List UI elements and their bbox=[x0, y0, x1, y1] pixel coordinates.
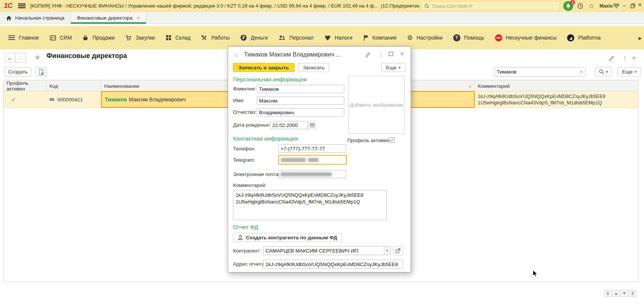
redacted-text bbox=[281, 158, 306, 162]
ribbon-item-crm[interactable]: CRM bbox=[50, 35, 72, 41]
email-label: Электронная почта: bbox=[233, 171, 280, 177]
cell-comment[interactable]: 1kJ-z9qAfk9UdbSoVUQ5NQQxKpEsMD8CZsyJKyJb… bbox=[475, 91, 639, 108]
go-prev-icon[interactable] bbox=[612, 290, 620, 297]
forward-button[interactable]: → bbox=[15, 53, 26, 63]
save-and-close-button[interactable]: Записать и закрыть bbox=[233, 63, 294, 72]
minimize-button[interactable]: – bbox=[623, 3, 626, 8]
main-menu-icon[interactable] bbox=[18, 3, 26, 9]
grid-icon bbox=[166, 35, 172, 41]
ribbon-item-platforma[interactable]: ◢ Platforma bbox=[567, 34, 601, 41]
tools-icon bbox=[201, 35, 207, 41]
create-counterparty-button[interactable]: Создать контрагента по данным ФД bbox=[233, 233, 342, 242]
platforma-icon: ◢ bbox=[567, 34, 574, 41]
close-window-button[interactable]: × bbox=[638, 2, 642, 8]
ribbon-item-purchases[interactable]: Закупки bbox=[125, 35, 155, 41]
calendar-button[interactable] bbox=[308, 121, 316, 129]
gear-icon: ⚙ bbox=[407, 34, 413, 42]
titlebar: 1С [КОПИЯ] УНФ - НЕСКУЧНЫЕ ФИНАНСЫ / Упр… bbox=[0, 0, 644, 12]
open-counterparty-button[interactable] bbox=[393, 246, 403, 255]
ribbon-item-sales[interactable]: Продажи bbox=[82, 35, 114, 41]
birthdate-field[interactable] bbox=[270, 121, 308, 129]
middlename-field[interactable] bbox=[257, 108, 344, 116]
ribbon-item-taxes[interactable]: Налоги bbox=[324, 35, 353, 41]
global-search-input[interactable] bbox=[432, 3, 545, 9]
middlename-label: Отчество: bbox=[233, 109, 256, 115]
favorite-star-icon[interactable]: ☆ bbox=[233, 51, 239, 59]
firstname-field[interactable] bbox=[257, 96, 344, 105]
telegram-field[interactable] bbox=[278, 155, 347, 165]
create-button[interactable]: Создать bbox=[5, 67, 31, 76]
search-clear-icon[interactable]: × bbox=[577, 67, 586, 76]
person-icon bbox=[238, 235, 243, 240]
comment-textarea[interactable]: 1kJ-z9qAfk9UdbSoVUQ5NQQxKpEsMD8CZsyJKyJb… bbox=[233, 190, 387, 220]
redacted-text bbox=[281, 172, 332, 176]
ribbon-item-company[interactable]: Компания bbox=[363, 35, 397, 41]
tab-label: Начальная страница bbox=[15, 15, 64, 21]
go-last-icon[interactable] bbox=[629, 290, 636, 297]
search-options-button[interactable]: ▾ bbox=[595, 67, 612, 76]
birthdate-label: Дата рожденья: bbox=[233, 122, 270, 128]
phone-field[interactable] bbox=[278, 144, 346, 153]
eagle-icon bbox=[324, 35, 331, 41]
sections-ribbon: Главное CRM Продажи Закупки Склад Работы… bbox=[0, 26, 644, 49]
ribbon-item-money[interactable]: Деньги bbox=[240, 34, 268, 41]
back-button[interactable]: ← bbox=[5, 53, 15, 63]
dropdown-arrow-icon: ▾ bbox=[606, 70, 608, 74]
get-link-icon[interactable] bbox=[608, 55, 615, 62]
cell-code[interactable]: 000000421 bbox=[46, 91, 101, 108]
open-in-window-icon bbox=[396, 248, 400, 253]
ribbon-overflow-chevron-icon[interactable]: ▶ bbox=[639, 36, 642, 41]
sort-desc-icon: ↓ bbox=[469, 83, 471, 89]
ruble-icon bbox=[240, 34, 247, 41]
counterparty-field[interactable]: ▾ bbox=[263, 246, 391, 255]
email-field[interactable] bbox=[278, 170, 346, 178]
lastname-field[interactable] bbox=[257, 85, 344, 93]
combo-dropdown-icon[interactable]: ▾ bbox=[384, 246, 390, 255]
dialog-kebab-icon[interactable]: ⋮ bbox=[378, 51, 384, 58]
tab-label: Финансовые директора bbox=[77, 15, 133, 21]
notifications-button[interactable]: 1 bbox=[563, 1, 574, 11]
go-next-icon[interactable] bbox=[621, 290, 628, 297]
history-icon[interactable] bbox=[577, 3, 584, 9]
ribbon-item-personnel[interactable]: Персонал bbox=[278, 35, 313, 41]
history-nav: ← → bbox=[5, 53, 26, 63]
global-search[interactable] bbox=[422, 2, 560, 11]
dialog-close-icon[interactable]: × bbox=[400, 50, 404, 58]
list-search-input[interactable] bbox=[494, 67, 578, 76]
ribbon-item-settings[interactable]: ⚙ Настройки bbox=[407, 34, 443, 42]
column-header-code[interactable]: Код bbox=[46, 80, 101, 92]
photo-placeholder[interactable]: Добавить изображение bbox=[348, 76, 405, 134]
column-header-active[interactable]: Профиль активен bbox=[3, 80, 46, 92]
form-close-icon[interactable]: × bbox=[632, 54, 636, 62]
restore-button[interactable] bbox=[630, 3, 635, 8]
tab-close-icon[interactable]: × bbox=[136, 15, 140, 21]
favorites-star-icon[interactable]: ☆ bbox=[588, 2, 594, 10]
list-more-button[interactable]: Еще ▾ bbox=[618, 67, 641, 76]
profile-active-checkbox[interactable]: ✓ bbox=[389, 138, 395, 143]
favorite-star-icon[interactable]: ★ bbox=[34, 53, 41, 62]
dialog-maximize-icon[interactable] bbox=[389, 52, 393, 56]
ribbon-item-neskuchnye-finansy[interactable]: НФ Нескучные финансы bbox=[495, 34, 557, 41]
tab-financial-directors[interactable]: Финансовые директора × bbox=[71, 12, 146, 24]
ribbon-item-glavnoe[interactable]: Главное bbox=[8, 35, 39, 41]
tab-home[interactable]: Начальная страница bbox=[0, 12, 71, 24]
list-pager bbox=[604, 290, 636, 297]
current-user[interactable]: Maxis bbox=[600, 3, 613, 9]
ribbon-item-warehouse[interactable]: Склад bbox=[166, 35, 191, 41]
ribbon-item-help[interactable]: ? Помощь bbox=[453, 34, 485, 41]
dialog-more-button[interactable]: Еще ▾ bbox=[381, 63, 405, 72]
ribbon-item-works[interactable]: Работы bbox=[201, 35, 230, 41]
cart-icon bbox=[125, 35, 132, 41]
get-link-icon[interactable] bbox=[365, 52, 371, 58]
form-kebab-icon[interactable]: ⋮ bbox=[622, 55, 628, 62]
column-header-comment[interactable]: Комментарий bbox=[475, 80, 639, 92]
report-address-field[interactable] bbox=[263, 260, 403, 269]
tab-bar: Начальная страница Финансовые директора … bbox=[0, 12, 644, 24]
save-button[interactable]: Записать bbox=[298, 63, 329, 72]
cell-profile-active[interactable]: ✓ bbox=[3, 91, 46, 108]
section-personal-info: Персональная информация bbox=[233, 76, 307, 83]
copy-create-button[interactable] bbox=[35, 67, 47, 76]
service-menu-icon[interactable] bbox=[613, 3, 619, 9]
go-first-icon[interactable] bbox=[604, 290, 612, 297]
counterparty-input[interactable] bbox=[264, 246, 384, 255]
